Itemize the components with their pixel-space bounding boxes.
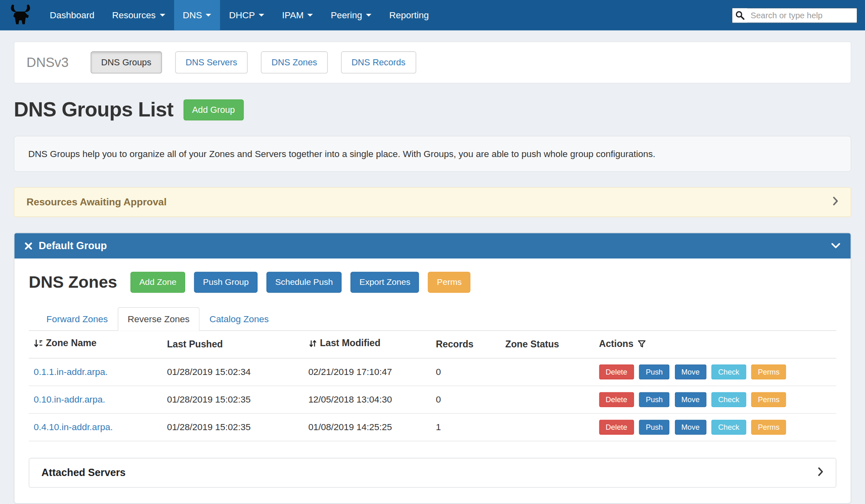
tab-dns-records[interactable]: DNS Records: [341, 52, 416, 73]
global-search: [732, 7, 857, 23]
dns-subnav: DNSv3 DNS Groups DNS Servers DNS Zones D…: [14, 41, 851, 83]
delete-button[interactable]: Delete: [599, 392, 634, 407]
zones-table: Zone Name Last Pushed Last Modified Reco…: [29, 331, 837, 441]
dns-zones-header: DNS Zones Add Zone Push Group Schedule P…: [29, 272, 837, 293]
add-group-button[interactable]: Add Group: [183, 99, 244, 121]
check-button[interactable]: Check: [711, 392, 746, 407]
caret-down-icon: [366, 14, 372, 17]
nav-label: DNS: [183, 10, 202, 20]
export-zones-button[interactable]: Export Zones: [350, 272, 419, 293]
close-icon[interactable]: [24, 241, 32, 250]
col-header-actions: Actions: [594, 331, 837, 358]
top-navbar: Dashboard Resources DNS DHCP IPAM Peerin…: [0, 0, 865, 30]
records-cell: 0: [431, 386, 500, 414]
sort-updown-icon: [308, 339, 317, 351]
push-button[interactable]: Push: [639, 392, 670, 407]
actions-cell: Delete Push Move Check Perms: [594, 386, 837, 414]
main-nav: Dashboard Resources DNS DHCP IPAM Peerin…: [41, 0, 438, 30]
nav-item-peering[interactable]: Peering: [322, 0, 381, 30]
page-header: DNS Groups List Add Group: [14, 98, 851, 121]
nav-label: DHCP: [229, 10, 255, 20]
approval-panel[interactable]: Resources Awaiting Approval: [14, 187, 851, 217]
zone-name-link[interactable]: 0.1.1.in-addr.arpa.: [34, 367, 108, 377]
table-row: 0.1.1.in-addr.arpa. 01/28/2019 15:02:34 …: [29, 358, 837, 386]
actions-cell: Delete Push Move Check Perms: [594, 358, 837, 386]
col-header-zone-status: Zone Status: [500, 331, 594, 358]
caret-down-icon: [160, 14, 165, 17]
col-header-last-modified[interactable]: Last Modified: [303, 331, 431, 358]
attached-servers-panel[interactable]: Attached Servers: [29, 458, 837, 487]
caret-down-icon: [307, 14, 313, 17]
col-label: Records: [436, 339, 474, 349]
nav-label: Dashboard: [50, 10, 94, 20]
table-row: 0.10.in-addr.arpa. 01/28/2019 15:02:35 1…: [29, 386, 837, 414]
move-button[interactable]: Move: [675, 364, 706, 379]
delete-button[interactable]: Delete: [599, 364, 634, 379]
records-cell: 0: [431, 358, 500, 386]
tab-dns-servers[interactable]: DNS Servers: [175, 52, 248, 73]
check-button[interactable]: Check: [711, 364, 746, 379]
caret-down-icon: [206, 14, 212, 17]
nav-item-dns[interactable]: DNS: [174, 0, 220, 30]
search-input[interactable]: [747, 9, 856, 22]
check-button[interactable]: Check: [711, 420, 746, 435]
zone-status-cell: [500, 358, 594, 386]
delete-button[interactable]: Delete: [599, 420, 634, 435]
col-label: Last Pushed: [167, 339, 223, 349]
zone-name-link[interactable]: 0.4.10.in-addr.arpa.: [34, 422, 113, 432]
caret-down-icon: [259, 14, 264, 17]
actions-cell: Delete Push Move Check Perms: [594, 414, 837, 441]
tab-catalog-zones[interactable]: Catalog Zones: [199, 307, 279, 331]
last-modified-cell: 02/21/2019 17:10:47: [303, 358, 431, 386]
push-button[interactable]: Push: [639, 364, 670, 379]
moose-logo-icon: [8, 2, 33, 28]
approval-panel-title: Resources Awaiting Approval: [26, 196, 167, 208]
zones-table-header-row: Zone Name Last Pushed Last Modified Reco…: [29, 331, 837, 358]
nav-label: Resources: [112, 10, 156, 20]
schedule-push-button[interactable]: Schedule Push: [266, 272, 342, 293]
perms-button[interactable]: Perms: [751, 392, 786, 407]
col-label: Actions: [599, 338, 634, 349]
col-label: Zone Status: [505, 339, 559, 349]
push-button[interactable]: Push: [639, 420, 670, 435]
sort-alpha-icon: [34, 338, 43, 351]
dns-zones-title: DNS Zones: [29, 273, 117, 291]
push-group-button[interactable]: Push Group: [194, 272, 257, 293]
col-label: Zone Name: [46, 338, 97, 349]
perms-group-button[interactable]: Perms: [428, 272, 471, 293]
tab-forward-zones[interactable]: Forward Zones: [37, 307, 118, 331]
zone-status-cell: [500, 386, 594, 414]
tab-dns-zones[interactable]: DNS Zones: [261, 52, 328, 73]
nav-item-resources[interactable]: Resources: [103, 0, 174, 30]
nav-item-dhcp[interactable]: DHCP: [220, 0, 273, 30]
perms-button[interactable]: Perms: [751, 364, 786, 379]
tab-dns-groups[interactable]: DNS Groups: [91, 52, 162, 73]
last-pushed-cell: 01/28/2019 15:02:35: [162, 414, 303, 441]
col-header-zone-name[interactable]: Zone Name: [29, 331, 162, 358]
page-description: DNS Groups help you to organize all of y…: [14, 136, 851, 172]
add-zone-button[interactable]: Add Zone: [130, 272, 185, 293]
chevron-down-icon[interactable]: [831, 240, 841, 252]
nav-item-reporting[interactable]: Reporting: [381, 0, 438, 30]
default-group-title: Default Group: [39, 240, 107, 252]
move-button[interactable]: Move: [675, 420, 706, 435]
nav-item-ipam[interactable]: IPAM: [273, 0, 322, 30]
nav-label: Peering: [331, 10, 362, 20]
nav-item-dashboard[interactable]: Dashboard: [41, 0, 103, 30]
default-group-panel: Default Group DNS Zones Add Zone Push Gr…: [14, 233, 851, 504]
last-modified-cell: 12/05/2018 13:04:30: [303, 386, 431, 414]
last-pushed-cell: 01/28/2019 15:02:34: [162, 358, 303, 386]
zone-name-link[interactable]: 0.10.in-addr.arpa.: [34, 394, 105, 404]
filter-icon[interactable]: [637, 339, 646, 350]
brand-logo[interactable]: [0, 0, 41, 30]
nav-label: IPAM: [282, 10, 303, 20]
default-group-header[interactable]: Default Group: [14, 233, 850, 258]
tab-reverse-zones[interactable]: Reverse Zones: [118, 307, 199, 331]
records-cell: 1: [431, 414, 500, 441]
move-button[interactable]: Move: [675, 392, 706, 407]
last-pushed-cell: 01/28/2019 15:02:35: [162, 386, 303, 414]
search-icon[interactable]: [732, 8, 747, 22]
col-header-last-pushed[interactable]: Last Pushed: [162, 331, 303, 358]
col-label: Last Modified: [320, 338, 381, 349]
perms-button[interactable]: Perms: [751, 420, 786, 435]
